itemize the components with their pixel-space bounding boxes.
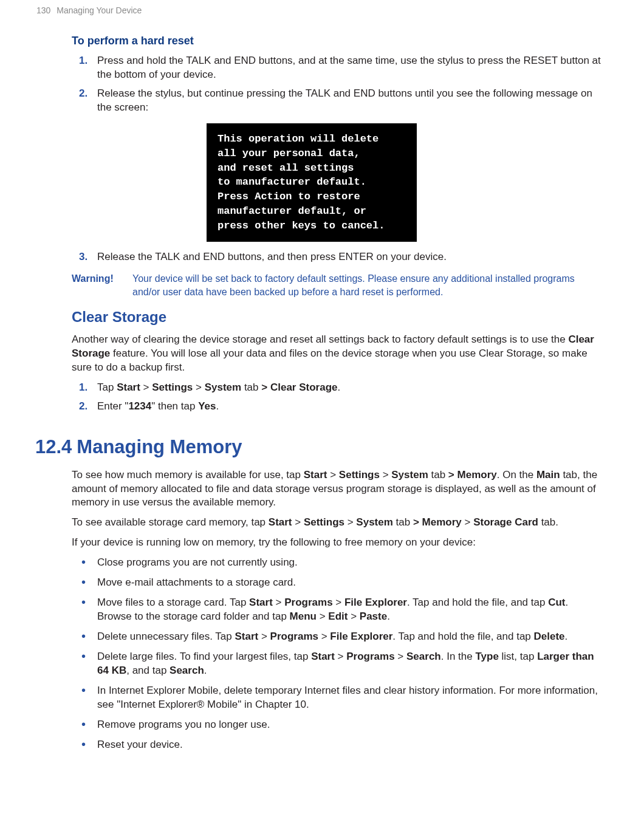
memory-p3: If your device is running low on memory,… [72,536,603,550]
section-heading: 12.4Managing Memory [35,434,609,460]
step-1: 1. Press and hold the TALK and END butto… [72,54,603,82]
list-item: Close programs you are not currently usi… [72,556,603,570]
step-3: 3. Release the TALK and END buttons, and… [72,250,603,264]
step-number: 3. [79,250,87,264]
list-item: Delete large files. To find your largest… [72,650,603,678]
warning-row: Warning! Your device will be set back to… [72,272,603,298]
list-item: Reset your device. [72,738,603,752]
clear-storage-steps: 1. Tap Start > Settings > System tab > C… [72,381,603,414]
step-text: Release the TALK and END buttons, and th… [97,251,447,262]
hard-reset-heading: To perform a hard reset [72,33,603,48]
warning-text: Your device will be set back to factory … [132,272,603,298]
step-text: Release the stylus, but continue pressin… [97,87,592,113]
step-text: Enter "1234" then tap Yes. [97,400,219,412]
clear-storage-heading: Clear Storage [72,307,603,327]
step-text: Tap Start > Settings > System tab > Clea… [97,381,340,393]
step-2: 2. Enter "1234" then tap Yes. [72,400,603,414]
step-number: 2. [79,87,87,101]
hard-reset-steps-cont: 3. Release the TALK and END buttons, and… [72,250,603,264]
step-2: 2. Release the stylus, but continue pres… [72,87,603,115]
section-title: Managing Memory [77,436,242,457]
screen-message-wrap: This operation will delete all your pers… [207,123,603,242]
running-header: 130 Managing Your Device [35,0,609,16]
clear-storage-intro: Another way of clearing the device stora… [72,333,603,375]
hard-reset-steps: 1. Press and hold the TALK and END butto… [72,54,603,115]
section-number: 12.4 [35,436,72,457]
list-item: Move e-mail attachments to a storage car… [72,576,603,590]
warning-label: Warning! [72,272,132,298]
list-item: In Internet Explorer Mobile, delete temp… [72,684,603,712]
list-item: Delete unnecessary files. Tap Start > Pr… [72,630,603,644]
list-item: Remove programs you no longer use. [72,718,603,732]
step-1: 1. Tap Start > Settings > System tab > C… [72,381,603,395]
step-number: 2. [79,400,87,414]
memory-p1: To see how much memory is available for … [72,468,603,510]
memory-bullets: Close programs you are not currently usi… [72,556,603,751]
step-text: Press and hold the TALK and END buttons,… [97,55,601,80]
screen-message: This operation will delete all your pers… [207,123,417,242]
running-title: Managing Your Device [57,5,142,15]
page-number: 130 [36,5,50,15]
memory-p2: To see available storage card memory, ta… [72,516,603,530]
step-number: 1. [79,381,87,395]
step-number: 1. [79,54,87,68]
list-item: Move files to a storage card. Tap Start … [72,596,603,624]
